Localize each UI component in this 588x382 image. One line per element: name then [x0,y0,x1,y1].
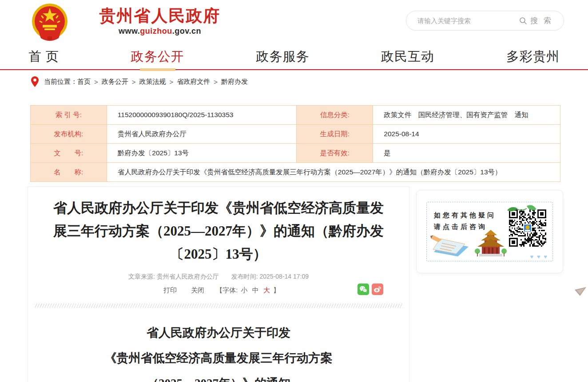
font-size-label-close: 】 [273,286,280,294]
close-button[interactable]: 关闭 [191,286,204,294]
table-row: 发布机构: 贵州省人民政府办公厅 生成日期: 2025-08-14 [31,125,560,144]
print-button[interactable]: 打印 [163,286,177,294]
nav-item-label: 多彩贵州 [506,48,560,66]
meta-label-doc-number: 文 号: [31,144,107,163]
qr-code [509,209,546,247]
breadcrumb-item-home[interactable]: 首页 [77,78,91,86]
meta-label-index-number: 索 引 号: [31,106,107,125]
body-title-line-2: 《贵州省低空经济高质量发展三年行动方案 [28,346,409,371]
meta-value-issue-date: 2025-08-14 [373,125,560,144]
nav-item-label: 政民互动 [381,48,434,66]
table-row: 名 称: 省人民政府办公厅关于印发《贵州省低空经济高质量发展三年行动方案（202… [31,163,560,182]
breadcrumb-separator: > [132,78,136,86]
article-toolbar: 打印 关闭 【字体: 小 中 大 】 [28,286,409,295]
document-meta-table: 索 引 号: 11520000009390180Q/2025-1130353 信… [30,105,560,182]
meta-value-doc-number: 黔府办发〔2025〕13号 [107,144,297,163]
pencil-paper-illustration [430,234,471,257]
search-button[interactable]: 搜 索 [519,16,564,26]
article-title: 省人民政府办公厅关于印发《贵州省低空经济高质量发展三年行动方案（2025—202… [51,197,386,266]
publish-time-label: 发布时间: [231,273,260,280]
nav-item-govinfo[interactable]: 政务公开 [131,44,184,69]
font-medium-button[interactable]: 中 [252,286,259,294]
meta-label-issue-date: 生成日期: [297,125,373,144]
font-size-label: 【字体: [216,286,238,294]
main-nav: 首 页 政务公开 政务服务 政民互动 多彩贵州 [0,44,588,70]
meta-value-title: 省人民政府办公厅关于印发《贵州省低空经济高质量发展三年行动方案（2025—202… [107,163,560,182]
nav-item-interaction[interactable]: 政民互动 [381,44,434,69]
site-url: www.guizhou.gov.cn [67,27,253,36]
site-title-block: 贵州省人民政府 www.guizhou.gov.cn [67,6,253,36]
meta-label-issuing-agency: 发布机构: [31,125,107,144]
font-size-group: 【字体: 小 中 大 】 [216,286,280,294]
nav-item-label: 政务公开 [131,48,184,66]
breadcrumb-separator: > [170,78,174,86]
meta-value-validity: 是 [373,144,560,163]
breadcrumb-item-policy[interactable]: 政策法规 [139,78,166,86]
meta-label-title: 名 称: [31,163,107,182]
pagoda-illustration [475,230,507,258]
breadcrumb-prefix: 当前位置： [44,78,77,86]
active-tab-underline [140,68,175,71]
nav-item-label: 首 页 [28,48,59,66]
nav-item-label: 政务服务 [256,48,310,66]
table-row: 索 引 号: 11520000009390180Q/2025-1130353 信… [31,106,560,125]
site-url-highlight: guizhou [140,27,172,35]
nav-item-services[interactable]: 政务服务 [256,44,310,69]
publish-time-value: 2025-08-14 17:09 [260,273,309,280]
qr-card-dashed-frame: 如您有其他疑问 请点击后咨询 [426,202,553,261]
meta-value-index-number: 11520000009390180Q/2025-1130353 [107,106,297,125]
national-emblem-logo [29,3,70,42]
leaf-decoration-icon [506,203,537,213]
hearts-decoration: ♥ ♥ ♥ [530,253,548,260]
meta-label-info-category: 信息分类: [297,106,373,125]
nav-item-colorful-guizhou[interactable]: 多彩贵州 [506,44,560,69]
site-url-suffix: .gov.cn [172,27,201,35]
breadcrumb-separator: > [214,78,218,86]
meta-value-info-category: 政策文件 国民经济管理、国有资产监管 通知 [373,106,560,125]
search-button-label: 搜 索 [530,16,553,26]
share-icons [358,284,383,295]
font-small-button[interactable]: 小 [241,286,248,294]
source-value: 贵州省人民政府办公厅 [157,273,219,280]
table-row: 文 号: 黔府办发〔2025〕13号 是否有效: 是 [31,144,560,163]
page: 贵州省人民政府 www.guizhou.gov.cn 搜 索 首 页 政务公开 … [0,0,588,382]
breadcrumb: 当前位置： 首页 > 政务公开 > 政策法规 > 省政府文件 > 黔府办发 [31,76,248,87]
consult-text: 如您有其他疑问 请点击后咨询 [434,209,496,232]
search-input[interactable] [406,17,519,24]
search-icon [519,17,527,25]
search-box: 搜 索 [406,11,564,31]
header: 贵州省人民政府 www.guizhou.gov.cn 搜 索 [0,0,588,44]
hatched-divider [34,303,403,308]
nav-item-home[interactable]: 首 页 [28,44,59,69]
meta-value-issuing-agency: 贵州省人民政府办公厅 [107,125,297,144]
consult-text-line1: 如您有其他疑问 [434,209,496,221]
consult-qr-card[interactable]: 如您有其他疑问 请点击后咨询 [416,190,563,273]
site-url-prefix: www. [119,27,140,35]
breadcrumb-separator: > [94,78,98,86]
breadcrumb-item-qianfuban[interactable]: 黔府办发 [221,78,248,86]
site-name: 贵州省人民政府 [67,6,253,26]
weibo-share-icon[interactable] [372,284,383,295]
source-label: 文章来源: [128,273,157,280]
article-panel: 省人民政府办公厅关于印发《贵州省低空经济高质量发展三年行动方案（2025—202… [28,186,409,382]
wechat-share-icon[interactable] [358,284,369,295]
body-title-line-3: （2025—2027年）》的通知 [28,371,409,382]
cursor-arrow-icon [574,286,587,298]
font-large-button[interactable]: 大 [263,286,270,294]
breadcrumb-item-govinfo[interactable]: 政务公开 [102,78,128,86]
body-title-line-1: 省人民政府办公厅关于印发 [28,320,409,346]
article-meta-row: 文章来源: 贵州省人民政府办公厅发布时间: 2025-08-14 17:09 [28,273,409,281]
meta-label-validity: 是否有效: [297,144,373,163]
location-pin-icon [31,76,39,87]
breadcrumb-item-provdocs[interactable]: 省政府文件 [177,78,210,86]
